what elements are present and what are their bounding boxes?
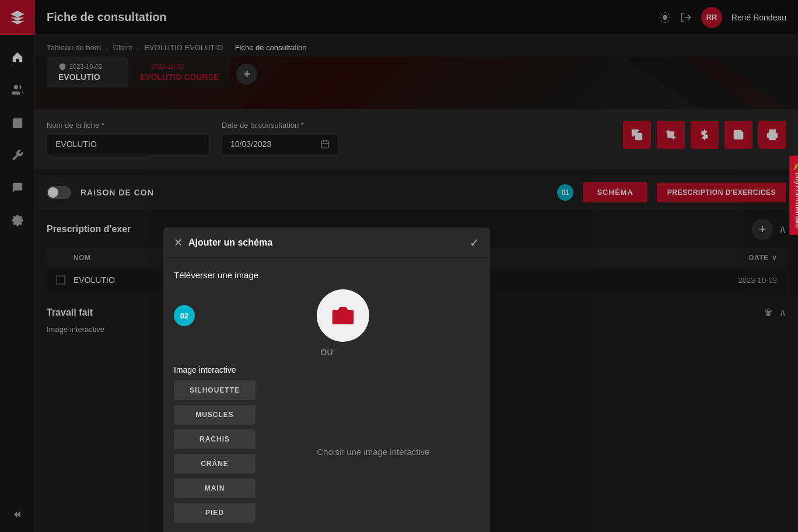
ou-text: OU bbox=[174, 348, 480, 357]
upload-area: 02 bbox=[174, 289, 480, 342]
crane-button[interactable]: CRÂNE bbox=[174, 454, 256, 474]
modal-overlay[interactable]: ✕ Ajouter un schéma ✓ Téléverser une ima… bbox=[0, 0, 798, 532]
modal-close-button[interactable]: ✕ bbox=[174, 236, 183, 249]
modal-header: ✕ Ajouter un schéma ✓ bbox=[163, 228, 490, 258]
main-button[interactable]: MAIN bbox=[174, 478, 256, 498]
bug-button[interactable]: 🐛 Bug / Commentaire bbox=[790, 156, 799, 235]
modal-confirm-button[interactable]: ✓ bbox=[470, 236, 480, 250]
modal-header-left: ✕ Ajouter un schéma bbox=[174, 236, 272, 249]
upload-label: Téléverser une image bbox=[174, 270, 480, 280]
svg-point-24 bbox=[339, 313, 346, 320]
modal: ✕ Ajouter un schéma ✓ Téléverser une ima… bbox=[163, 228, 490, 532]
rachis-button[interactable]: RACHIS bbox=[174, 429, 256, 449]
camera-icon bbox=[331, 304, 355, 327]
bug-button-label: 🐛 Bug / Commentaire bbox=[795, 163, 799, 228]
muscles-button[interactable]: MUSCLES bbox=[174, 405, 256, 425]
camera-button[interactable] bbox=[317, 289, 369, 342]
modal-body: Téléverser une image 02 OU Image interac… bbox=[163, 258, 490, 532]
pied-button[interactable]: PIED bbox=[174, 503, 256, 523]
step-badge: 02 bbox=[174, 305, 195, 326]
interactive-placeholder: Choisir une image interactive bbox=[317, 447, 429, 457]
interactive-row: SILHOUETTE MUSCLES RACHIS CRÂNE MAIN PIE… bbox=[174, 380, 480, 523]
interactive-section: Image interactive SILHOUETTE MUSCLES RAC… bbox=[174, 365, 480, 523]
modal-title: Ajouter un schéma bbox=[188, 237, 272, 248]
interactive-label: Image interactive bbox=[174, 365, 480, 374]
silhouette-button[interactable]: SILHOUETTE bbox=[174, 380, 256, 400]
interactive-buttons: SILHOUETTE MUSCLES RACHIS CRÂNE MAIN PIE… bbox=[174, 380, 256, 523]
interactive-content: Choisir une image interactive bbox=[267, 380, 480, 523]
